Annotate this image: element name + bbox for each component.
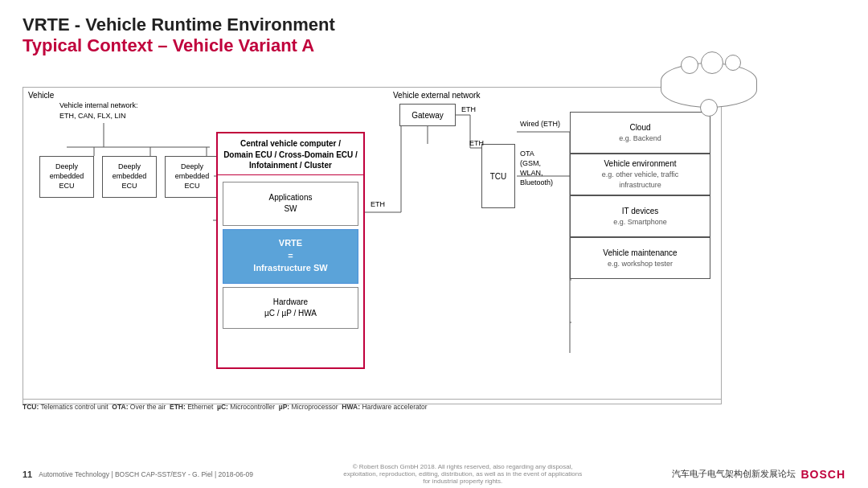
ecu-box-1: DeeplyembeddedECU (39, 156, 94, 198)
ext-network-label: Vehicle external network (393, 91, 480, 100)
legend: TCU: Telematics control unit OTA: Over t… (23, 399, 722, 412)
right-box-it-devices: IT devices e.g. Smartphone (570, 195, 710, 237)
eth-label-gw: ETH (461, 105, 476, 113)
internal-network-label: Vehicle internal network: ETH, CAN, FLX,… (59, 100, 138, 121)
title-block: VRTE - Vehicle Runtime Environment Typic… (23, 14, 845, 56)
cloud-annotation (661, 63, 757, 108)
chinese-text: 汽车电子电气架构创新发展论坛 (672, 468, 796, 480)
ota-label: OTA(GSM,WLAN,Bluetooth) (520, 149, 553, 188)
footer-left: 11 Automotive Technology | BOSCH CAP-SST… (23, 470, 253, 479)
right-box-vehicle-maintenance: Vehicle maintenance e.g. workshop tester (570, 237, 710, 279)
title-line1: VRTE - Vehicle Runtime Environment (23, 14, 845, 35)
slide: VRTE - Vehicle Runtime Environment Typic… (0, 0, 868, 488)
ecu-box-2: DeeplyembeddedECU (102, 156, 157, 198)
hw-box: HardwareµC / µP / HWA (223, 287, 358, 329)
main-diagram: Vehicle Vehicle internal network: ETH, C… (23, 87, 722, 404)
right-boxes: Cloud e.g. Backend Vehicle environment e… (570, 112, 710, 279)
right-box-vehicle-env: Vehicle environment e.g. other vehicle, … (570, 154, 710, 195)
footer-right: 汽车电子电气架构创新发展论坛 BOSCH (672, 468, 845, 481)
tcu-box: TCU (481, 144, 515, 208)
ecu-box-3: DeeplyembeddedECU (165, 156, 219, 198)
footer-copyright2: © Robert Bosch GmbH 2018. All rights res… (342, 463, 583, 485)
right-box-cloud: Cloud e.g. Backend (570, 112, 710, 154)
vehicle-label: Vehicle (28, 91, 54, 100)
eth-label3: ETH (469, 139, 484, 147)
central-computer-box: Central vehicle computer /Domain ECU / C… (216, 132, 365, 369)
ecu-row: DeeplyembeddedECU DeeplyembeddedECU Deep… (39, 156, 219, 198)
app-sw-box: ApplicationsSW (223, 182, 358, 226)
wired-eth-label: Wired (ETH) (520, 120, 560, 128)
gateway-box: Gateway (399, 104, 456, 126)
bosch-logo: BOSCH (800, 468, 845, 481)
slide-number: 11 (23, 470, 32, 479)
vrte-box: VRTE=Infrastructure SW (223, 229, 358, 284)
title-line2: Typical Context – Vehicle Variant A (23, 35, 845, 56)
central-box-title: Central vehicle computer /Domain ECU / C… (218, 133, 363, 175)
footer-copyright: Automotive Technology | BOSCH CAP-SST/ES… (39, 470, 253, 478)
eth-label-central: ETH (371, 200, 385, 208)
footer: 11 Automotive Technology | BOSCH CAP-SST… (0, 463, 868, 485)
